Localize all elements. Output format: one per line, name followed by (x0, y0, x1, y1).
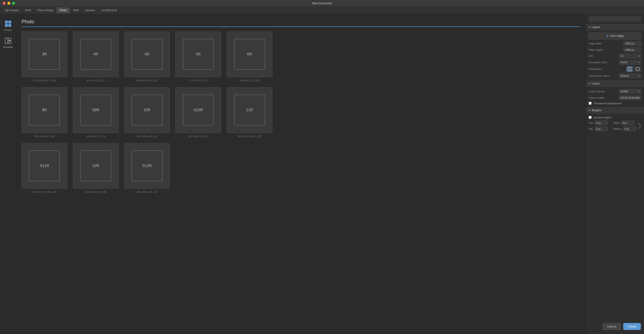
colour-format-select-wrap: RGB/8 RGB/16 CMYK/8 (619, 89, 641, 94)
tab-web[interactable]: Web (70, 8, 82, 13)
page-width-row: Page width: (589, 41, 641, 46)
layout-section-label: Layout (592, 26, 600, 29)
svg-rect-6 (8, 41, 11, 44)
dpi-row: DPI: 72 96 150 300 (589, 54, 641, 58)
template-name-4r: 4R (93, 52, 98, 56)
close-button[interactable] (3, 2, 6, 5)
template-card-3r[interactable]: 3R 5 x 3.5 in, 10:7, 1.43 (22, 32, 68, 82)
template-thumb-8r[interactable]: 8R (22, 87, 68, 133)
colour-profile-select[interactable]: sRGB IEC61966-2.1 Adobe RGB (619, 96, 641, 100)
include-margins-row: Include margins (589, 116, 641, 119)
sidebar-item-presets[interactable]: Presets (1, 18, 15, 33)
colour-section: Colour Colour format: RGB/8 RGB/16 CMYK/… (586, 80, 644, 107)
template-thumb-11r[interactable]: 11R (226, 87, 272, 133)
margin-top-input[interactable] (594, 127, 608, 131)
layout-section-body: ⊕ FHD 1080p Page width: Page height: DPI… (586, 30, 644, 80)
page-width-input[interactable] (624, 41, 641, 46)
tab-devices[interactable]: Devices (82, 8, 98, 13)
transparent-bg-checkbox[interactable] (589, 102, 592, 105)
doc-units-select[interactable]: Pixels Inches Millimeters (619, 60, 641, 64)
template-thumb-12r[interactable]: 12R (73, 143, 119, 189)
minimize-button[interactable] (8, 2, 10, 5)
svg-rect-2 (5, 24, 8, 27)
tab-photo[interactable]: Photo (56, 8, 70, 13)
dpi-select[interactable]: 72 96 150 300 (619, 54, 641, 58)
template-card-4d[interactable]: 4D 6 x 4.5 in, 4:3, 1.33 (124, 32, 170, 82)
template-info-5r: 7 x 5 in, 7:5, 1.4 (190, 79, 207, 82)
tab-my-presets[interactable]: My Presets (2, 8, 22, 13)
template-card-s12r[interactable]: S12R 18 x 12 in, 3:2, 1.5 (124, 143, 170, 194)
template-name-s12r: S12R (142, 164, 152, 168)
template-name-3r: 3R (42, 52, 47, 56)
colour-section-header[interactable]: Colour (586, 80, 644, 87)
margins-section-label: Margins (592, 109, 602, 112)
template-name-12r: 12R (92, 164, 99, 168)
template-thumb-10r[interactable]: 10R (124, 87, 170, 133)
margin-bottom-input[interactable] (623, 127, 636, 131)
maximize-button[interactable] (12, 2, 15, 5)
margins-link-icon[interactable] (637, 122, 641, 130)
template-thumb-5r[interactable]: 5R (175, 32, 221, 77)
template-card-s8r[interactable]: S8R 12 x 8 in, 3:2, 1.5 (73, 87, 119, 138)
search-bar: ⌕ (586, 14, 644, 24)
page-height-label: Page height: (589, 48, 603, 51)
cancel-button[interactable]: Cancel (602, 323, 621, 330)
template-thumb-3r[interactable]: 3R (22, 32, 68, 77)
sidebar-item-templates[interactable]: Templates (1, 35, 15, 50)
template-thumb-s11r[interactable]: S11R (22, 143, 68, 189)
template-thumb-s10r[interactable]: S10R (175, 87, 221, 133)
margin-left-input[interactable] (594, 120, 608, 125)
template-card-11r[interactable]: 11R 14 x 11 in, 14:11, 1.27 (226, 87, 272, 138)
template-info-11r: 14 x 11 in, 14:11, 1.27 (237, 135, 262, 138)
orientation-label: Orientation: (589, 68, 602, 70)
orientation-row: Orientation: (589, 66, 641, 72)
layout-section: Layout ⊕ FHD 1080p Page width: Page heig… (586, 24, 644, 80)
dpi-label: DPI: (589, 55, 594, 58)
template-card-10r[interactable]: 10R 12 x 10 in, 6:5, 1.2 (124, 87, 170, 138)
orientation-landscape-button[interactable] (634, 66, 641, 72)
template-info-s10r: 15 x 10 in, 3:2, 1.5 (188, 135, 208, 138)
layout-section-header[interactable]: Layout (586, 24, 644, 30)
template-thumb-4d[interactable]: 4D (124, 32, 170, 77)
colour-section-label: Colour (592, 82, 600, 85)
template-card-6r[interactable]: 6R 8 x 6 in, 4:3, 1.33 (226, 32, 272, 82)
template-card-s10r[interactable]: S10R 15 x 10 in, 3:2, 1.5 (175, 87, 221, 138)
include-margins-checkbox[interactable] (589, 116, 592, 119)
template-info-s12r: 18 x 12 in, 3:2, 1.5 (137, 190, 157, 193)
search-input[interactable] (594, 18, 639, 20)
orientation-portrait-button[interactable] (626, 66, 633, 72)
tab-print[interactable]: Print (22, 8, 34, 13)
actual-size-zoom-select[interactable]: Default 100% 50% (619, 74, 641, 78)
template-thumb-s12r[interactable]: S12R (124, 143, 170, 189)
search-input-wrap[interactable]: ⌕ (589, 16, 641, 22)
template-info-s11r: 17 x 11 in, 17:11, 1.55 (32, 190, 57, 193)
margin-top-field: Top: (589, 127, 612, 131)
template-name-s8r: S8R (92, 108, 100, 112)
margins-section: Margins Include margins Left: (586, 107, 644, 134)
fhd-preset-button[interactable]: ⊕ FHD 1080p (589, 33, 641, 40)
colour-format-select[interactable]: RGB/8 RGB/16 CMYK/8 (619, 89, 641, 94)
page-width-label: Page width: (589, 42, 602, 45)
margins-section-header[interactable]: Margins (586, 107, 644, 114)
template-card-5r[interactable]: 5R 7 x 5 in, 7:5, 1.4 (175, 32, 221, 82)
template-card-8r[interactable]: 8R 10 x 8 in, 5:4, 1.25 (22, 87, 68, 138)
margin-right-input[interactable] (621, 120, 634, 125)
tab-architectural[interactable]: Architectural (98, 8, 120, 13)
create-button[interactable]: Create (623, 323, 641, 330)
page-height-input[interactable] (624, 48, 641, 52)
template-card-12r[interactable]: 12R 15 x 12 in, 5:4, 1.25 (73, 143, 119, 194)
bottom-buttons: Cancel Create (586, 320, 644, 334)
sidebar-presets-label: Presets (4, 29, 12, 32)
template-thumb-6r[interactable]: 6R (226, 32, 272, 77)
search-icon: ⌕ (591, 17, 593, 20)
colour-format-label: Colour format: (589, 90, 605, 93)
template-name-11r: 11R (246, 108, 253, 112)
template-thumb-s8r[interactable]: S8R (73, 87, 119, 133)
template-card-4r[interactable]: 4R 6 x 4 in, 3:2, 1.5 (73, 32, 119, 82)
titlebar: New Document (0, 0, 644, 6)
tab-press-ready[interactable]: Press Ready (34, 8, 56, 13)
template-thumb-4r[interactable]: 4R (73, 32, 119, 77)
template-card-s11r[interactable]: S11R 17 x 11 in, 17:11, 1.55 (22, 143, 68, 194)
window-title: New Document (312, 2, 332, 5)
orientation-wrap (626, 66, 641, 72)
